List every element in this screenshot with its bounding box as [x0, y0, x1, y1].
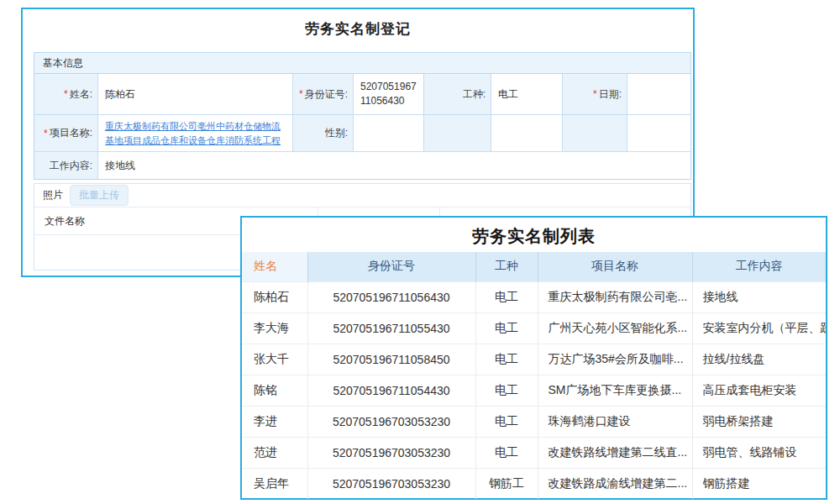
project-field: 重庆太极制药有限公司亳州中药材仓储物流基地项目成品仓库和设备仓库消防系统工程	[97, 114, 292, 151]
date-label: * 日期:	[562, 74, 627, 114]
work-field[interactable]: 接地线	[97, 151, 690, 179]
job-label: 工种:	[423, 74, 491, 114]
labor-table: 姓名 身份证号 工种 项目名称 工作内容 陈柏石 520705196711056…	[242, 252, 826, 499]
empty-label-cell	[562, 114, 627, 151]
basic-info-section: 基本信息 * 姓名: 陈柏石 * 身份证号: 52070519671105643…	[34, 52, 691, 180]
worker-project-link[interactable]: 珠海鹤港口建设	[538, 406, 692, 437]
worker-id-cell: 520705196703053230	[307, 468, 475, 499]
required-marker: *	[44, 128, 48, 139]
worker-work-cell: 安装室内分机（平层、跃...	[692, 312, 826, 344]
empty-label-cell	[423, 114, 491, 151]
empty-value-cell	[491, 114, 562, 151]
worker-job-cell: 电工	[475, 437, 538, 468]
worker-project-link[interactable]: 重庆太极制药有限公司亳...	[538, 281, 692, 312]
worker-project-link[interactable]: 广州天心苑小区智能化系...	[538, 312, 692, 344]
worker-id-cell: 520705196711055430	[307, 312, 475, 344]
worker-name-link[interactable]: 吴启年	[242, 468, 307, 499]
table-row: 吴启年 520705196703053230 钢筋工 改建铁路成渝线增建第二..…	[242, 468, 826, 499]
worker-project-link[interactable]: 改建铁路线增建第二线直...	[538, 437, 692, 468]
table-row: 陈铭 520705196711054430 电工 SM广场地下车库更换摄... …	[242, 375, 826, 406]
table-header-row: 姓名 身份证号 工种 项目名称 工作内容	[242, 252, 826, 281]
worker-job-cell: 电工	[475, 406, 538, 437]
basic-info-section-header: 基本信息	[34, 53, 690, 74]
column-header-job: 工种	[475, 252, 538, 281]
worker-project-link[interactable]: 改建铁路成渝线增建第二...	[538, 468, 692, 499]
name-field[interactable]: 陈柏石	[97, 74, 292, 114]
labor-list-title: 劳务实名制列表	[242, 218, 826, 252]
worker-id-cell: 520705196703053230	[307, 406, 475, 437]
worker-work-cell: 接地线	[692, 281, 826, 312]
worker-work-cell: 拉线/拉线盘	[692, 344, 826, 375]
column-header-id: 身份证号	[307, 252, 475, 281]
worker-project-link[interactable]: 万达广场35#会所及咖啡...	[538, 344, 692, 375]
worker-job-cell: 电工	[475, 344, 538, 375]
worker-job-cell: 钢筋工	[475, 468, 538, 499]
worker-id-cell: 520705196711054430	[307, 375, 475, 406]
table-row: 李进 520705196703053230 电工 珠海鹤港口建设 弱电桥架搭建	[242, 406, 826, 437]
column-header-work: 工作内容	[692, 252, 826, 281]
worker-project-link[interactable]: SM广场地下车库更换摄...	[538, 375, 692, 406]
name-label: * 姓名:	[34, 74, 97, 114]
worker-job-cell: 电工	[475, 281, 538, 312]
id-field[interactable]: 520705196711056430	[353, 74, 423, 114]
table-body: 陈柏石 520705196711056430 电工 重庆太极制药有限公司亳...…	[242, 281, 826, 499]
photo-label: 照片	[43, 188, 63, 202]
id-label: * 身份证号:	[292, 74, 353, 114]
worker-id-cell: 520705196711056430	[307, 281, 475, 312]
worker-job-cell: 电工	[475, 375, 538, 406]
worker-job-cell: 电工	[475, 312, 538, 344]
photo-section-header: 照片 批量上传	[34, 184, 690, 207]
project-link[interactable]: 重庆太极制药有限公司亳州中药材仓储物流基地项目成品仓库和设备仓库消防系统工程	[105, 119, 286, 147]
worker-name-link[interactable]: 李大海	[242, 312, 307, 344]
table-row: 李大海 520705196711055430 电工 广州天心苑小区智能化系...…	[242, 312, 826, 344]
table-row: 范进 520705196703053230 电工 改建铁路线增建第二线直... …	[242, 437, 826, 468]
worker-id-cell: 520705196703053230	[307, 437, 475, 468]
worker-name-link[interactable]: 范进	[242, 437, 307, 468]
worker-work-cell: 弱电桥架搭建	[692, 406, 826, 437]
worker-work-cell: 钢筋搭建	[692, 468, 826, 499]
gender-field[interactable]	[353, 114, 423, 151]
work-label: 工作内容:	[34, 151, 97, 179]
job-field[interactable]: 电工	[491, 74, 562, 114]
worker-name-link[interactable]: 陈铭	[242, 375, 307, 406]
worker-name-link[interactable]: 陈柏石	[242, 281, 307, 312]
empty-value-cell	[627, 114, 690, 151]
batch-upload-button[interactable]: 批量上传	[70, 185, 129, 206]
date-field[interactable]	[627, 74, 690, 114]
worker-name-link[interactable]: 张大千	[242, 344, 307, 375]
required-marker: *	[64, 88, 68, 100]
basic-info-grid: * 姓名: 陈柏石 * 身份证号: 520705196711056430 工种:…	[34, 74, 690, 179]
column-header-project: 项目名称	[538, 252, 692, 281]
table-row: 陈柏石 520705196711056430 电工 重庆太极制药有限公司亳...…	[242, 281, 826, 312]
project-label: * 项目名称:	[34, 114, 97, 151]
worker-id-cell: 520705196711058450	[307, 344, 475, 375]
table-row: 张大千 520705196711058450 电工 万达广场35#会所及咖啡..…	[242, 344, 826, 375]
required-marker: *	[593, 88, 597, 100]
worker-work-cell: 弱电管、线路铺设	[692, 437, 826, 468]
registration-title: 劳务实名制登记	[23, 19, 693, 39]
labor-list-panel: 劳务实名制列表 姓名 身份证号 工种 项目名称 工作内容 陈柏石 5207051…	[240, 216, 827, 500]
gender-label: 性别:	[292, 114, 353, 151]
required-marker: *	[299, 88, 303, 100]
worker-name-link[interactable]: 李进	[242, 406, 307, 437]
worker-work-cell: 高压成套电柜安装	[692, 375, 826, 406]
column-header-name: 姓名	[242, 252, 307, 281]
